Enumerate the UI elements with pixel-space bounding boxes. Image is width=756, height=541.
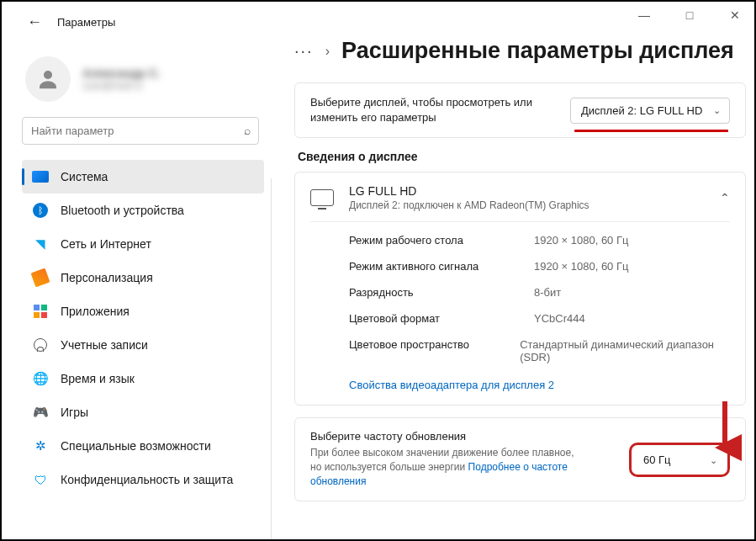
display-sub: Дисплей 2: подключен к AMD Radeon(TM) Gr…: [349, 199, 589, 211]
info-row: Режим рабочего стола1920 × 1080, 60 Гц: [349, 227, 730, 253]
nav-label: Специальные возможности: [61, 439, 211, 453]
back-arrow-icon[interactable]: ←: [27, 13, 42, 31]
info-value: 1920 × 1080, 60 Гц: [534, 234, 628, 247]
refresh-rate-card: Выберите частоту обновления При более вы…: [294, 417, 746, 501]
sidebar: Александр С. user@mail.ru ⌕ Система ᛒBlu…: [2, 31, 271, 535]
info-row: Цветовое пространствоСтандартный динамич…: [349, 331, 730, 370]
nav-item-gaming[interactable]: 🎮Игры: [22, 395, 264, 429]
monitor-icon: [310, 189, 334, 206]
nav-item-time[interactable]: 🌐Время и язык: [22, 362, 264, 395]
search-input[interactable]: [22, 117, 259, 145]
user-email: user@mail.ru: [82, 80, 161, 92]
breadcrumb: ··· › Расширенные параметры дисплея: [294, 38, 754, 64]
sidebar-divider: [271, 178, 272, 539]
nav-label: Сеть и Интернет: [61, 237, 151, 251]
window-controls: — □ ✕: [632, 8, 748, 22]
info-value: 1920 × 1080, 60 Гц: [534, 260, 628, 273]
user-block[interactable]: Александр С. user@mail.ru: [25, 56, 264, 102]
refresh-rate-value: 60 Гц: [643, 453, 671, 466]
accessibility-icon: ✲: [32, 438, 49, 454]
display-info-card: LG FULL HD Дисплей 2: подключен к AMD Ra…: [294, 172, 746, 406]
shield-icon: 🛡: [32, 471, 49, 488]
page-title: Расширенные параметры дисплея: [341, 38, 734, 64]
nav-label: Система: [61, 170, 108, 183]
window-title: Параметры: [57, 16, 115, 29]
display-select-hint: Выберите дисплей, чтобы просмотреть или …: [310, 95, 537, 125]
display-name: LG FULL HD: [349, 184, 589, 198]
nav-label: Приложения: [61, 305, 130, 318]
svg-point-0: [44, 71, 52, 79]
nav-label: Bluetooth и устройства: [61, 204, 184, 217]
info-key: Разрядность: [349, 286, 534, 299]
info-value: Стандартный динамический диапазон (SDR): [520, 338, 730, 363]
info-row: Цветовой форматYCbCr444: [349, 305, 730, 331]
apps-icon: [34, 305, 47, 318]
user-name: Александр С.: [82, 66, 161, 80]
info-key: Цветовое пространство: [349, 338, 520, 363]
refresh-rate-dropdown[interactable]: 60 Гц ⌄: [629, 443, 730, 477]
display-info-heading: Сведения о дисплее: [298, 150, 754, 163]
main-content: ··· › Расширенные параметры дисплея Выбе…: [271, 31, 754, 535]
display-info-header[interactable]: LG FULL HD Дисплей 2: подключен к AMD Ra…: [310, 184, 730, 221]
chevron-down-icon: ⌄: [710, 455, 717, 466]
account-icon: [34, 338, 47, 352]
nav-item-privacy[interactable]: 🛡Конфиденциальность и защита: [22, 463, 264, 496]
search-icon[interactable]: ⌕: [244, 124, 251, 137]
nav-label: Время и язык: [61, 372, 135, 385]
refresh-desc: При более высоком значении движение боле…: [310, 446, 579, 488]
chevron-up-icon[interactable]: ⌃: [720, 191, 730, 204]
annotation-underline: [574, 130, 728, 132]
chevron-right-icon: ›: [325, 44, 330, 59]
display-select-value: Дисплей 2: LG FULL HD: [581, 104, 702, 117]
avatar: [25, 56, 71, 102]
user-icon: [35, 66, 61, 92]
nav-label: Конфиденциальность и защита: [61, 473, 233, 486]
nav-item-apps[interactable]: Приложения: [22, 294, 264, 328]
adapter-properties-link[interactable]: Свойства видеоадаптера для дисплея 2: [310, 370, 730, 393]
info-row: Режим активного сигнала1920 × 1080, 60 Г…: [349, 253, 730, 279]
display-select-dropdown[interactable]: Дисплей 2: LG FULL HD ⌄: [570, 98, 730, 124]
chevron-down-icon: ⌄: [713, 105, 721, 116]
bluetooth-icon: ᛒ: [33, 203, 48, 218]
nav-label: Игры: [61, 406, 88, 419]
display-info-rows: Режим рабочего стола1920 × 1080, 60 Гц Р…: [310, 221, 730, 370]
info-row: Разрядность8-бит: [349, 279, 730, 305]
gamepad-icon: 🎮: [32, 404, 49, 421]
info-key: Режим активного сигнала: [349, 260, 534, 273]
breadcrumb-ellipsis-icon[interactable]: ···: [294, 41, 314, 61]
info-value: YCbCr444: [534, 312, 585, 325]
nav-list: Система ᛒBluetooth и устройства ◥Сеть и …: [22, 160, 264, 496]
info-key: Цветовой формат: [349, 312, 534, 325]
display-select-card: Выберите дисплей, чтобы просмотреть или …: [294, 82, 746, 138]
wifi-icon: ◥: [32, 236, 49, 252]
nav-item-system[interactable]: Система: [22, 160, 264, 194]
nav-label: Учетные записи: [61, 338, 148, 352]
info-value: 8-бит: [534, 286, 561, 299]
nav-item-accounts[interactable]: Учетные записи: [22, 328, 264, 362]
refresh-title: Выберите частоту обновления: [310, 430, 579, 443]
brush-icon: [30, 268, 50, 287]
nav-item-network[interactable]: ◥Сеть и Интернет: [22, 227, 264, 261]
globe-icon: 🌐: [32, 370, 49, 387]
close-button[interactable]: ✕: [722, 8, 748, 22]
nav-item-personalization[interactable]: Персонализация: [22, 261, 264, 294]
nav-item-accessibility[interactable]: ✲Специальные возможности: [22, 429, 264, 463]
system-icon: [32, 171, 49, 183]
minimize-button[interactable]: —: [632, 8, 657, 22]
nav-item-bluetooth[interactable]: ᛒBluetooth и устройства: [22, 194, 264, 227]
nav-label: Персонализация: [61, 271, 153, 284]
info-key: Режим рабочего стола: [349, 234, 534, 247]
maximize-button[interactable]: □: [677, 8, 702, 22]
